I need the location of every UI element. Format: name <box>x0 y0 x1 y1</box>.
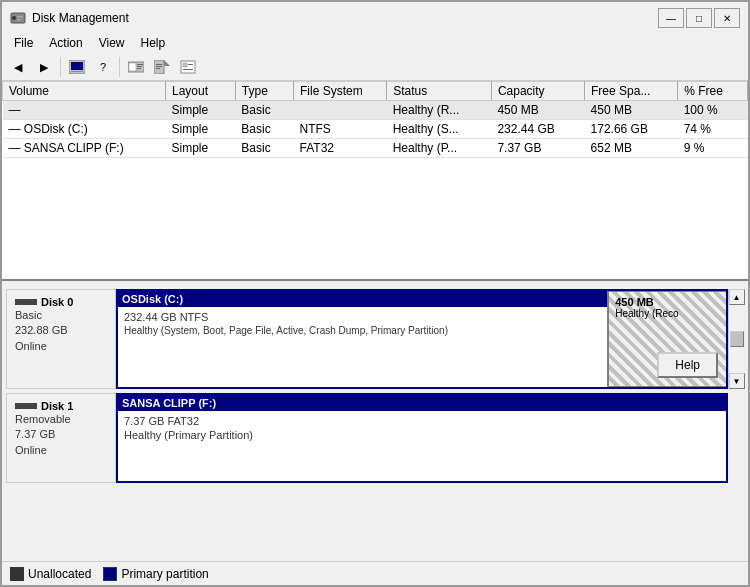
disk-scrollbar[interactable]: ▲ ▼ <box>728 289 744 389</box>
legend-primary: Primary partition <box>103 567 208 581</box>
table-row[interactable]: — OSDisk (C:)SimpleBasicNTFSHealthy (S..… <box>3 120 748 139</box>
legend: Unallocated Primary partition <box>2 561 748 585</box>
minimize-button[interactable]: — <box>658 8 684 28</box>
col-freespace[interactable]: Free Spa... <box>585 82 678 101</box>
disk-1-partitions: SANSA CLIPP (F:) 7.37 GB FAT32 Healthy (… <box>116 393 728 483</box>
disk-view-inner: Disk 0 Basic 232.88 GB Online OSDisk (C:… <box>2 281 748 561</box>
svg-rect-8 <box>129 63 136 71</box>
cell-volume: — SANSA CLIPP (F:) <box>3 139 166 158</box>
toolbar: ◀ ▶ ? <box>2 54 748 81</box>
cell-capacity: 232.44 GB <box>491 120 584 139</box>
console-button[interactable] <box>65 56 89 78</box>
cell-volume: — <box>3 101 166 120</box>
svg-rect-16 <box>156 68 160 69</box>
svg-rect-18 <box>183 63 187 67</box>
title-bar-controls: — □ ✕ <box>658 8 740 28</box>
app-icon <box>10 10 26 26</box>
disk-0-partitions: OSDisk (C:) 232.44 GB NTFS Healthy (Syst… <box>116 289 728 389</box>
cell-filesystem: FAT32 <box>294 139 387 158</box>
disk-1-label: Disk 1 Removable 7.37 GB Online <box>6 393 116 483</box>
cell-status: Healthy (P... <box>387 139 492 158</box>
svg-rect-11 <box>137 68 141 69</box>
disk-1-name: Disk 1 <box>41 400 73 412</box>
menu-file[interactable]: File <box>6 34 41 52</box>
local-button[interactable] <box>124 56 148 78</box>
svg-point-1 <box>12 16 16 20</box>
scroll-down-arrow[interactable]: ▼ <box>729 373 745 389</box>
table-area: Volume Layout Type File System Status Ca… <box>2 81 748 281</box>
disk-1-size: 7.37 GB <box>15 427 107 442</box>
col-volume[interactable]: Volume <box>3 82 166 101</box>
partition-osdisk-status: Healthy (System, Boot, Page File, Active… <box>124 325 601 336</box>
col-filesystem[interactable]: File System <box>294 82 387 101</box>
svg-marker-13 <box>164 60 170 66</box>
toolbar-separator-1 <box>60 57 61 77</box>
menu-help[interactable]: Help <box>133 34 174 52</box>
disk-1-row: Disk 1 Removable 7.37 GB Online SANSA CL… <box>6 393 744 483</box>
disk-0-row: Disk 0 Basic 232.88 GB Online OSDisk (C:… <box>6 289 744 389</box>
partition-osdisk-header: OSDisk (C:) <box>118 291 607 307</box>
col-type[interactable]: Type <box>235 82 293 101</box>
svg-rect-10 <box>137 66 142 67</box>
partition-sansa-size: 7.37 GB FAT32 <box>124 415 720 427</box>
menu-action[interactable]: Action <box>41 34 90 52</box>
disk-1-status: Online <box>15 443 107 458</box>
cell-filesystem <box>294 101 387 120</box>
col-percentfree[interactable]: % Free <box>678 82 748 101</box>
main-window: Disk Management — □ ✕ File Action View H… <box>0 0 750 587</box>
legend-unallocated-label: Unallocated <box>28 567 91 581</box>
cell-freespace: 652 MB <box>585 139 678 158</box>
cell-percentfree: 100 % <box>678 101 748 120</box>
help-button-disk[interactable]: Help <box>657 352 718 378</box>
col-status[interactable]: Status <box>387 82 492 101</box>
cell-type: Basic <box>235 120 293 139</box>
svg-rect-6 <box>71 71 83 72</box>
svg-rect-15 <box>156 66 162 67</box>
cell-type: Basic <box>235 139 293 158</box>
disk-0-status: Online <box>15 339 107 354</box>
title-text: Disk Management <box>32 11 129 25</box>
table-row[interactable]: — SANSA CLIPP (F:)SimpleBasicFAT32Health… <box>3 139 748 158</box>
forward-button[interactable]: ▶ <box>32 56 56 78</box>
partition-recovery[interactable]: 450 MB Healthy (Reco Help <box>608 291 726 387</box>
partition-recovery-status: Healthy (Reco <box>615 308 720 319</box>
disk-1-scrollbar-spacer <box>728 393 744 483</box>
maximize-button[interactable]: □ <box>686 8 712 28</box>
disk-1-type: Removable <box>15 412 107 427</box>
cell-type: Basic <box>235 101 293 120</box>
export-button[interactable] <box>150 56 174 78</box>
menu-bar: File Action View Help <box>2 32 748 54</box>
table-row[interactable]: — SimpleBasicHealthy (R...450 MB450 MB10… <box>3 101 748 120</box>
properties-button[interactable] <box>176 56 200 78</box>
help-button[interactable]: ? <box>91 56 115 78</box>
cell-volume: — OSDisk (C:) <box>3 120 166 139</box>
svg-rect-5 <box>71 62 83 70</box>
svg-rect-14 <box>156 64 162 65</box>
disk-view-container: Disk 0 Basic 232.88 GB Online OSDisk (C:… <box>2 281 748 585</box>
col-capacity[interactable]: Capacity <box>491 82 584 101</box>
disk-0-name-row: Disk 0 <box>15 296 107 308</box>
title-bar: Disk Management — □ ✕ <box>2 2 748 32</box>
partition-osdisk-size: 232.44 GB NTFS <box>124 311 601 323</box>
cell-capacity: 450 MB <box>491 101 584 120</box>
back-button[interactable]: ◀ <box>6 56 30 78</box>
table-header-row: Volume Layout Type File System Status Ca… <box>3 82 748 101</box>
cell-filesystem: NTFS <box>294 120 387 139</box>
disk-0-icon <box>15 299 37 305</box>
svg-rect-2 <box>17 16 23 18</box>
disk-1-name-row: Disk 1 <box>15 400 107 412</box>
partition-osdisk[interactable]: OSDisk (C:) 232.44 GB NTFS Healthy (Syst… <box>118 291 608 387</box>
svg-rect-19 <box>188 64 193 65</box>
cell-status: Healthy (S... <box>387 120 492 139</box>
scroll-up-arrow[interactable]: ▲ <box>729 289 745 305</box>
close-button[interactable]: ✕ <box>714 8 740 28</box>
partition-sansa[interactable]: SANSA CLIPP (F:) 7.37 GB FAT32 Healthy (… <box>118 395 726 481</box>
cell-percentfree: 9 % <box>678 139 748 158</box>
col-layout[interactable]: Layout <box>165 82 235 101</box>
disk-area[interactable]: Disk 0 Basic 232.88 GB Online OSDisk (C:… <box>2 281 748 561</box>
toolbar-separator-2 <box>119 57 120 77</box>
menu-view[interactable]: View <box>91 34 133 52</box>
cell-percentfree: 74 % <box>678 120 748 139</box>
scroll-thumb[interactable] <box>730 331 744 347</box>
cell-layout: Simple <box>165 120 235 139</box>
